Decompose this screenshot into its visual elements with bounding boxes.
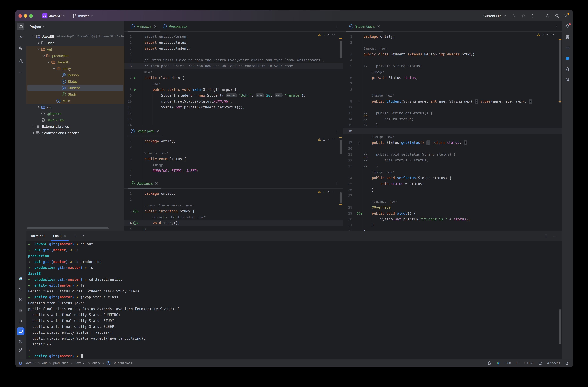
editor-content[interactable]: 1package entity;23 usagesnew *3public cl… bbox=[343, 31, 562, 231]
prev-warning-icon[interactable] bbox=[327, 138, 330, 141]
tree-item-JavaSE[interactable]: JavaSE~/Desktop/CS/JavaSE基础/1 Java SE/Co… bbox=[26, 33, 125, 40]
vcs-widget[interactable]: master bbox=[72, 14, 93, 18]
breadcrumb-item[interactable]: JavaSE bbox=[75, 361, 86, 365]
terminal-options-kebab-icon[interactable] bbox=[544, 234, 548, 238]
search-everywhere-button[interactable] bbox=[554, 13, 560, 19]
inlay-hints[interactable]: 1 usagenew * bbox=[343, 93, 562, 99]
inspections-widget[interactable]: 1 bbox=[317, 190, 335, 194]
breadcrumb-item[interactable]: JavaSE bbox=[25, 361, 36, 365]
tree-item-JavaSE[interactable]: JavaSE bbox=[26, 59, 125, 65]
editor-scrollbar[interactable] bbox=[340, 41, 342, 58]
close-icon[interactable]: ✕ bbox=[154, 24, 157, 28]
chevron-down-icon[interactable] bbox=[47, 60, 51, 64]
close-icon[interactable]: ✕ bbox=[63, 234, 66, 238]
inlay-hints[interactable]: no usagesnew * bbox=[343, 199, 562, 205]
settings-button[interactable] bbox=[563, 13, 569, 19]
tree-item-Main[interactable]: CMain bbox=[26, 97, 125, 104]
editor-content[interactable]: 1import entity.Person;2import entity.Sta… bbox=[125, 31, 343, 126]
editor-options-kebab-icon[interactable] bbox=[335, 129, 339, 133]
terminal-output[interactable]: → JavaSE git:(master) ✗ cd out→ out git:… bbox=[26, 241, 562, 359]
inlay-hints[interactable]: new * bbox=[125, 69, 343, 75]
chevron-right-icon[interactable] bbox=[36, 105, 41, 109]
tab-Study.java[interactable]: IStudy.java✕ bbox=[128, 178, 161, 188]
fold-arrow-icon[interactable] bbox=[357, 100, 360, 103]
pull-requests-icon[interactable]: ? bbox=[17, 44, 24, 52]
next-warning-icon[interactable] bbox=[332, 138, 335, 141]
hide-terminal-button[interactable] bbox=[553, 234, 557, 238]
project-icon[interactable] bbox=[17, 23, 24, 30]
chevron-right-icon[interactable] bbox=[31, 131, 36, 135]
close-icon[interactable]: ✕ bbox=[155, 182, 158, 185]
status-widget[interactable]: LF bbox=[516, 361, 520, 365]
code-with-me-icon[interactable] bbox=[564, 76, 571, 84]
debug-button[interactable] bbox=[521, 13, 526, 19]
inlay-hints[interactable]: 1 usage bbox=[125, 162, 343, 168]
more-actions-kebab-icon[interactable] bbox=[530, 13, 535, 19]
editor-options-kebab-icon[interactable] bbox=[335, 24, 339, 28]
project-panel-header[interactable]: Project bbox=[26, 22, 125, 32]
status-widget[interactable]: 4 spaces bbox=[547, 361, 560, 365]
code-with-me-button[interactable] bbox=[545, 13, 550, 19]
breadcrumb-item[interactable]: out bbox=[42, 361, 47, 365]
inlay-hints[interactable]: 3 usages bbox=[343, 69, 562, 75]
close-window-button[interactable] bbox=[19, 14, 22, 18]
inspections-widget[interactable]: 2 bbox=[537, 33, 554, 37]
terminal-scrollbar[interactable] bbox=[559, 309, 561, 344]
editor-options-kebab-icon[interactable] bbox=[335, 181, 339, 185]
run-configuration-selector[interactable]: Current File bbox=[483, 14, 506, 18]
tree-item-JavaSE.iml[interactable]: JavaSE.iml bbox=[26, 117, 125, 123]
status-widget[interactable]: 6:68 bbox=[505, 361, 511, 365]
openai-status-icon[interactable] bbox=[487, 361, 491, 365]
commit-icon[interactable] bbox=[17, 33, 24, 41]
warning-stripe-mark[interactable] bbox=[339, 38, 342, 39]
vlogo-status-icon[interactable] bbox=[496, 361, 500, 365]
services-icon[interactable] bbox=[17, 296, 24, 303]
breadcrumb-item[interactable]: entity bbox=[92, 361, 100, 365]
chevron-right-icon[interactable] bbox=[36, 41, 41, 45]
editor-content[interactable]: 1package entity;21 usage1 implementation… bbox=[125, 188, 343, 231]
project-tree-hscrollbar[interactable] bbox=[27, 228, 109, 229]
prev-warning-icon[interactable] bbox=[327, 190, 330, 193]
warning-stripe-mark[interactable] bbox=[339, 137, 342, 138]
inlay-hints[interactable]: 5 usagesnew * bbox=[125, 150, 343, 156]
zoom-window-button[interactable] bbox=[29, 14, 33, 18]
status-widget[interactable]: UTF-8 bbox=[524, 361, 533, 365]
chatgpt-plugin-icon[interactable] bbox=[564, 65, 571, 73]
chevron-right-icon[interactable] bbox=[31, 124, 36, 129]
chevron-down-icon[interactable] bbox=[36, 47, 41, 51]
tree-item-Person[interactable]: CPerson bbox=[26, 72, 125, 78]
database-icon[interactable] bbox=[564, 33, 571, 41]
build-icon[interactable] bbox=[17, 285, 24, 293]
editor-scrollbar[interactable] bbox=[340, 192, 342, 203]
editor-scrollbar[interactable] bbox=[340, 140, 342, 154]
fold-arrow-icon[interactable] bbox=[357, 141, 360, 144]
python-packages-icon[interactable] bbox=[17, 307, 24, 314]
warning-stripe-mark[interactable] bbox=[339, 204, 342, 205]
inlay-hints[interactable]: 3 usagesnew * bbox=[343, 46, 562, 51]
tree-item-Status[interactable]: EStatus bbox=[26, 78, 125, 85]
tree-item-Student[interactable]: CStudent bbox=[26, 85, 125, 91]
next-warning-icon[interactable] bbox=[332, 190, 335, 193]
inlay-hints[interactable]: 1 usagenew * bbox=[343, 134, 562, 140]
inlay-hints[interactable]: 1 usagenew * bbox=[343, 169, 562, 175]
tree-item-out[interactable]: out bbox=[26, 46, 125, 52]
breadcrumb-item[interactable]: production bbox=[53, 361, 68, 365]
implementations-gutter-icon[interactable]: I bbox=[133, 210, 139, 213]
tree-item-ScratchesandConsoles[interactable]: Scratches and Consoles bbox=[26, 130, 125, 136]
tree-item-.gitignore[interactable]: .gitignore bbox=[26, 110, 125, 117]
tree-item-production[interactable]: production bbox=[26, 52, 125, 59]
overrides-gutter-icon[interactable]: I bbox=[357, 212, 362, 215]
tree-item-Study[interactable]: IStudy bbox=[26, 91, 125, 97]
tab-Person.java[interactable]: CPerson.java bbox=[160, 22, 190, 31]
new-terminal-tab-button[interactable] bbox=[73, 234, 77, 238]
tab-Student.java[interactable]: CStudent.java✕ bbox=[346, 22, 383, 31]
terminal-tabs-dropdown[interactable] bbox=[81, 234, 84, 237]
warning-stripe-mark[interactable] bbox=[559, 39, 561, 40]
tree-item-ExternalLibraries[interactable]: External Libraries bbox=[26, 123, 125, 130]
run-gutter-icon[interactable] bbox=[133, 76, 136, 79]
inspections-widget[interactable]: 1 bbox=[317, 33, 335, 37]
chevron-down-icon[interactable] bbox=[31, 34, 36, 39]
robot-status-icon[interactable] bbox=[538, 361, 543, 365]
close-icon[interactable]: ✕ bbox=[377, 24, 380, 28]
breadcrumb-item[interactable]: Student.class bbox=[113, 361, 132, 365]
